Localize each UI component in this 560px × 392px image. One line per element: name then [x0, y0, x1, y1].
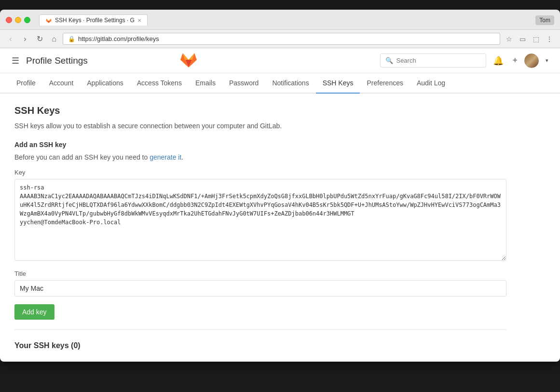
home-button[interactable]: ⌂ — [48, 33, 60, 45]
bookmark-button[interactable]: ☆ — [503, 33, 515, 45]
extensions-button[interactable]: ⬚ — [530, 33, 542, 45]
form-hint-suffix: . — [181, 153, 183, 161]
main-content: SSH Keys SSH keys allow you to establish… — [0, 94, 521, 362]
your-ssh-keys-heading: Your SSH keys (0) — [14, 339, 506, 350]
gitlab-logo — [179, 50, 198, 71]
lock-icon: 🔒 — [68, 36, 75, 42]
key-label: Key — [14, 169, 506, 176]
tab-close-button[interactable]: ✕ — [137, 18, 141, 23]
add-key-button[interactable]: Add key — [14, 304, 55, 320]
search-box[interactable]: 🔍 — [380, 54, 486, 68]
sidebar-toggle-button[interactable]: ☰ — [10, 54, 21, 68]
active-tab[interactable]: SSH Keys · Profile Settings · G ✕ — [39, 14, 148, 26]
search-icon: 🔍 — [385, 57, 393, 64]
tab-access-tokens[interactable]: Access Tokens — [130, 73, 189, 94]
page-title: Profile Settings — [26, 55, 88, 66]
close-button[interactable] — [6, 17, 12, 23]
generate-it-link[interactable]: generate it — [150, 153, 181, 161]
page-description: SSH keys allow you to establish a secure… — [14, 121, 506, 131]
app-wrapper: ☰ Profile Settings 🔍 — [0, 48, 560, 362]
key-textarea[interactable] — [14, 179, 506, 261]
dropdown-chevron[interactable]: ▾ — [544, 55, 550, 66]
minimize-button[interactable] — [15, 17, 21, 23]
search-input[interactable] — [396, 57, 481, 64]
tab-applications[interactable]: Applications — [80, 73, 130, 94]
header-left: ☰ Profile Settings — [10, 54, 88, 68]
maximize-button[interactable] — [24, 17, 30, 23]
key-field-group: Key — [14, 169, 506, 262]
form-hint-prefix: Before you can add an SSH key you need t… — [14, 153, 150, 161]
hamburger-icon: ☰ — [12, 56, 19, 66]
menu-button[interactable]: ⋮ — [544, 33, 555, 45]
app-header: ☰ Profile Settings 🔍 — [0, 48, 560, 73]
page-heading: SSH Keys — [14, 105, 506, 116]
tab-preferences[interactable]: Preferences — [360, 73, 410, 94]
user-profile-indicator: Tom — [535, 15, 554, 25]
tab-bar: SSH Keys · Profile Settings · G ✕ — [39, 14, 532, 26]
back-button[interactable]: ‹ — [5, 33, 16, 45]
tab-account[interactable]: Account — [42, 73, 81, 94]
cast-button[interactable]: ▭ — [517, 33, 528, 45]
nav-actions: ☆ ▭ ⬚ ⋮ — [503, 33, 555, 45]
title-label: Title — [14, 270, 506, 277]
add-button[interactable]: + — [510, 54, 519, 68]
browser-titlebar: SSH Keys · Profile Settings · G ✕ Tom — [0, 10, 560, 30]
notifications-button[interactable]: 🔔 — [491, 54, 505, 68]
form-hint: Before you can add an SSH key you need t… — [14, 153, 506, 161]
title-input[interactable] — [14, 280, 506, 297]
add-ssh-key-section-title: Add an SSH key — [14, 141, 506, 149]
traffic-lights — [6, 17, 30, 23]
section-divider — [14, 329, 506, 330]
avatar — [524, 54, 539, 68]
address-bar[interactable]: 🔒 https://gitlab.com/profile/keys — [63, 33, 500, 45]
url-display: https://gitlab.com/profile/keys — [78, 35, 159, 42]
tab-title: SSH Keys · Profile Settings · G — [55, 17, 135, 24]
tab-profile[interactable]: Profile — [10, 73, 42, 94]
reload-button[interactable]: ↻ — [34, 33, 45, 45]
tab-password[interactable]: Password — [222, 73, 265, 94]
title-field-group: Title — [14, 270, 506, 304]
page-description-text: SSH keys allow you to establish a secure… — [14, 122, 282, 130]
avatar-button[interactable] — [524, 54, 539, 68]
nav-tabs: Profile Account Applications Access Toke… — [0, 73, 560, 94]
tab-notifications[interactable]: Notifications — [265, 73, 315, 94]
tab-emails[interactable]: Emails — [189, 73, 222, 94]
browser-navbar: ‹ › ↻ ⌂ 🔒 https://gitlab.com/profile/key… — [0, 30, 560, 48]
forward-button[interactable]: › — [19, 33, 31, 45]
header-right: 🔍 🔔 + ▾ — [380, 54, 550, 68]
tab-audit-log[interactable]: Audit Log — [410, 73, 452, 94]
tab-favicon — [45, 17, 52, 24]
tab-ssh-keys[interactable]: SSH Keys — [316, 73, 360, 94]
